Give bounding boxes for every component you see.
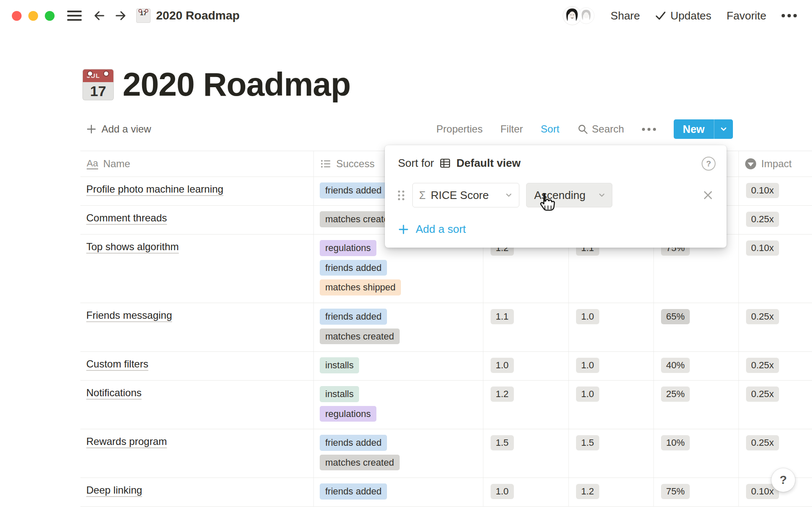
search-button[interactable]: Search: [577, 123, 624, 135]
success-metrics-cell[interactable]: installsregulations: [314, 381, 483, 429]
view-options-button[interactable]: [642, 128, 656, 131]
add-view-button[interactable]: Add a view: [86, 123, 151, 135]
row-name[interactable]: Custom filters: [86, 358, 148, 370]
number-cell[interactable]: 1.0: [569, 381, 654, 429]
formula-sigma-icon: Σ: [419, 189, 425, 202]
percent-cell[interactable]: 25%: [654, 381, 739, 429]
percent-cell[interactable]: 10%: [654, 429, 739, 478]
impact-cell[interactable]: 0.25x: [739, 381, 812, 429]
column-header-impact[interactable]: Impact: [739, 151, 812, 177]
properties-button[interactable]: Properties: [436, 123, 483, 135]
success-metrics-cell[interactable]: installs: [314, 352, 483, 380]
number-cell[interactable]: 1.0: [569, 352, 654, 380]
zoom-window-button[interactable]: [45, 11, 55, 21]
value-pill: 75%: [661, 484, 690, 499]
tag-installs[interactable]: installs: [320, 357, 359, 373]
filter-button[interactable]: Filter: [500, 123, 523, 135]
number-cell[interactable]: 1.2: [483, 381, 569, 429]
tag-matches-shipped[interactable]: matches shipped: [320, 279, 401, 295]
row-name[interactable]: Top shows algorithm: [86, 241, 179, 252]
value-pill: 1.0: [576, 387, 599, 402]
search-icon: [577, 124, 588, 135]
drag-handle-icon[interactable]: [398, 190, 404, 200]
new-button[interactable]: New: [674, 119, 733, 139]
select-property-icon: [745, 158, 756, 169]
row-name-cell[interactable]: Custom filters: [80, 352, 314, 380]
add-sort-button[interactable]: Add a sort: [385, 223, 727, 236]
row-name[interactable]: Deep linking: [86, 484, 142, 496]
number-cell[interactable]: 1.0: [569, 303, 654, 351]
table-row: Deep linkingfriends added1.01.275%0.10x: [80, 478, 812, 507]
back-button[interactable]: [93, 9, 106, 22]
row-name-cell[interactable]: Deep linking: [80, 478, 314, 506]
tag-friends-added[interactable]: friends added: [320, 483, 387, 500]
number-cell[interactable]: 1.0: [483, 478, 569, 506]
row-name-cell[interactable]: Comment threads: [80, 206, 314, 234]
number-cell[interactable]: 1.2: [569, 478, 654, 506]
avatar[interactable]: [578, 7, 595, 24]
column-header-name[interactable]: Aa Name: [80, 151, 314, 177]
new-button-dropdown[interactable]: [714, 125, 733, 133]
impact-cell[interactable]: 0.25x: [739, 352, 812, 380]
help-button[interactable]: ?: [771, 468, 795, 492]
tag-matches-created[interactable]: matches created: [320, 329, 400, 345]
popover-help-icon[interactable]: ?: [702, 157, 716, 171]
share-button[interactable]: Share: [611, 9, 640, 22]
number-cell[interactable]: 1.1: [483, 303, 569, 351]
row-name-cell[interactable]: Notifications: [80, 381, 314, 429]
sort-button[interactable]: Sort: [541, 123, 560, 135]
impact-cell[interactable]: 0.25x: [739, 303, 812, 351]
updates-button[interactable]: Updates: [655, 9, 711, 22]
value-pill: 10%: [661, 435, 690, 450]
forward-button[interactable]: [114, 9, 127, 22]
tag-friends-added[interactable]: friends added: [320, 260, 387, 276]
tag-regulations[interactable]: regulations: [320, 240, 376, 256]
percent-cell[interactable]: 65%: [654, 303, 739, 351]
tag-friends-added[interactable]: friends added: [320, 309, 387, 325]
impact-cell[interactable]: 0.25x: [739, 429, 812, 478]
impact-cell[interactable]: 0.10x: [739, 177, 812, 205]
tag-matches-created[interactable]: matches created: [320, 455, 400, 471]
value-pill: 1.0: [491, 358, 514, 373]
row-name[interactable]: Comment threads: [86, 212, 167, 224]
number-cell[interactable]: 1.5: [483, 429, 569, 478]
close-window-button[interactable]: [12, 11, 22, 21]
success-metrics-cell[interactable]: friends addedmatches created: [314, 303, 483, 351]
success-metrics-cell[interactable]: friends addedmatches created: [314, 429, 483, 478]
tag-installs[interactable]: installs: [320, 386, 359, 402]
tag-friends-added[interactable]: friends added: [320, 435, 387, 451]
table-row: Friends messagingfriends addedmatches cr…: [80, 303, 812, 352]
view-name-label: Default view: [456, 157, 521, 170]
row-name[interactable]: Notifications: [86, 387, 142, 398]
tag-friends-added[interactable]: friends added: [320, 182, 387, 199]
value-pill: 1.5: [491, 435, 514, 450]
remove-sort-button[interactable]: [702, 189, 714, 201]
sort-direction-select[interactable]: Ascending: [526, 183, 612, 207]
row-name-cell[interactable]: Friends messaging: [80, 303, 314, 351]
page-icon-calendar[interactable]: JUL 17: [83, 69, 113, 100]
search-label: Search: [592, 123, 624, 135]
favorite-button[interactable]: Favorite: [727, 9, 766, 22]
breadcrumb[interactable]: 17 2020 Roadmap: [137, 9, 240, 22]
impact-cell[interactable]: 0.25x: [739, 206, 812, 234]
tag-regulations[interactable]: regulations: [320, 406, 376, 422]
impact-cell[interactable]: 0.10x: [739, 235, 812, 303]
row-name[interactable]: Rewards program: [86, 436, 167, 447]
more-menu-button[interactable]: [782, 14, 797, 17]
number-cell[interactable]: 1.0: [483, 352, 569, 380]
plus-icon: [398, 224, 409, 235]
minimize-window-button[interactable]: [28, 11, 38, 21]
row-name-cell[interactable]: Top shows algorithm: [80, 235, 314, 303]
new-button-label: New: [674, 123, 714, 135]
sidebar-menu-icon[interactable]: [67, 11, 82, 21]
success-metrics-cell[interactable]: friends added: [314, 478, 483, 506]
row-name[interactable]: Friends messaging: [86, 309, 172, 321]
sort-field-select[interactable]: Σ RICE Score: [412, 183, 519, 207]
number-cell[interactable]: 1.5: [569, 429, 654, 478]
percent-cell[interactable]: 40%: [654, 352, 739, 380]
row-name-cell[interactable]: Rewards program: [80, 429, 314, 478]
row-name[interactable]: Profile photo machine learning: [86, 183, 223, 195]
row-name-cell[interactable]: Profile photo machine learning: [80, 177, 314, 205]
arrow-right-icon: [114, 9, 127, 22]
percent-cell[interactable]: 75%: [654, 478, 739, 506]
